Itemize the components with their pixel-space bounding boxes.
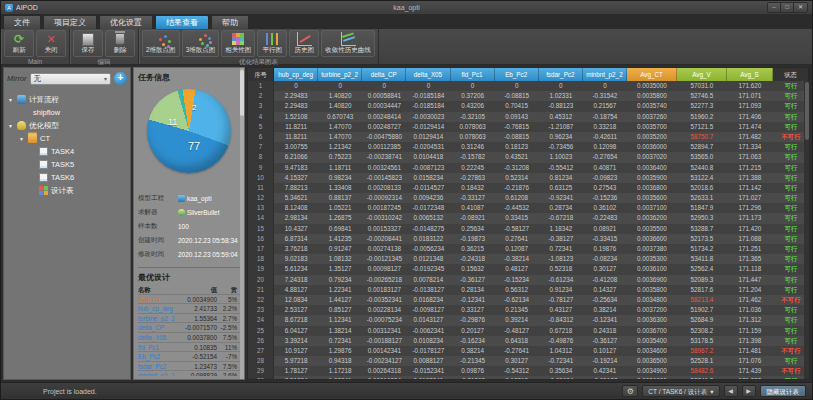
param-link[interactable]: turbine_p2_2 (138, 314, 182, 323)
table-row[interactable]: 86.210660.75223-0.002387410.0104418-0.15… (248, 152, 809, 162)
filter-select[interactable]: 无 ▾ (30, 73, 111, 85)
tab-2[interactable]: 项目定义 (43, 15, 97, 29)
maximize-button[interactable]: □ (781, 3, 794, 12)
table-row[interactable]: 307.512341.023410.000162340.0132341-0.31… (248, 376, 809, 379)
add-button[interactable]: + (114, 72, 127, 85)
tree-item-shipflow[interactable]: shipflow (7, 106, 127, 119)
table-row[interactable]: 117.882131.334080.00208133-0.01145270.18… (248, 183, 809, 193)
column-header-状态[interactable]: 状态 (773, 68, 809, 81)
table-scrollbar[interactable] (804, 81, 809, 379)
param-link[interactable]: delta_X05 (138, 333, 182, 342)
tree-item-计算流程[interactable]: ▾计算流程 (7, 93, 127, 106)
best-row[interactable]: Avg_CT0.00349005% (138, 295, 240, 305)
table-breadcrumb-button[interactable]: CT / TASK6 / 设计表 ▾ (642, 385, 719, 397)
expander-icon[interactable]: ▾ (20, 135, 28, 142)
table-row[interactable]: 173.762180.912470.00274138-0.00562340.36… (248, 244, 809, 254)
ribbon-button-converge[interactable]: 收敛性历史曲线 (321, 30, 375, 57)
table-row[interactable]: 232.531270.851270.00228134-0.00981270.33… (248, 305, 809, 315)
param-link[interactable]: Avg_CT (138, 295, 182, 304)
ribbon-button-closered[interactable]: 关闭 (36, 30, 66, 57)
best-row[interactable]: fld_Pc10.1083511% (138, 343, 240, 353)
next-page-button[interactable]: ▶ (742, 385, 756, 397)
ribbon-button-trash[interactable]: 删除 (105, 30, 135, 57)
table-row[interactable]: 41.521080.6707430.00248414-0.0030023-0.3… (248, 112, 809, 122)
column-header-delta_CP[interactable]: delta_CP (362, 68, 406, 81)
column-header-turbine_p2_2[interactable]: turbine_p2_2 (318, 68, 362, 81)
expander-icon[interactable]: ▾ (9, 122, 17, 129)
table-row[interactable]: 73.007551.213420.00112385-0.02045310.312… (248, 142, 809, 152)
table-row[interactable]: 214.881271.223410.00183127-0.01381270.28… (248, 285, 809, 295)
close-button[interactable]: ✕ (794, 3, 807, 12)
table-row[interactable]: 263.392140.72341-0.001881270.0108234-0.1… (248, 336, 809, 346)
ribbon-button-history[interactable]: 历史图 (289, 30, 319, 57)
param-link[interactable]: minbnt_p2_2 (138, 371, 182, 376)
panel-scrollbar[interactable] (240, 68, 244, 379)
column-header-Avg_CT[interactable]: Avg_CT (627, 68, 677, 81)
hide-design-table-button[interactable]: 隐藏设计表 (760, 385, 807, 397)
column-header-fsdar_Pc2[interactable]: fsdar_Pc2 (539, 68, 583, 81)
ribbon-button-corr[interactable]: 相关性图 (221, 30, 255, 57)
table-row[interactable]: 285.972180.94318-0.002341270.0088127-0.2… (248, 356, 809, 366)
column-header-fld_Pc1[interactable]: fld_Pc1 (451, 68, 495, 81)
ribbon-button-refresh[interactable]: 刷新 (4, 30, 34, 57)
minimize-button[interactable]: – (768, 3, 781, 12)
param-link[interactable]: hub_cp_deg (138, 304, 182, 313)
column-header-Avg_S[interactable]: Avg_S (727, 68, 773, 81)
best-row[interactable]: fsdar_Pc21.234737.5% (138, 362, 240, 372)
param-link[interactable]: fld_Pc1 (138, 343, 182, 352)
table-row[interactable]: 611.82111.47070-0.004758800.01294140.078… (248, 132, 809, 142)
best-row[interactable]: turbine_p2_21.553642.7% (138, 314, 240, 324)
tab-5[interactable]: 帮助 (211, 15, 249, 29)
best-row[interactable]: Eb_Pc2-0.52154-7% (138, 352, 240, 362)
table-row[interactable]: 248.672181.12341-0.000752340.0143127-0.2… (248, 315, 809, 325)
best-row[interactable]: hub_cp_deg2.417332.2% (138, 304, 240, 314)
table-row[interactable]: 142.981341.26875-0.003102420.0065132-0.0… (248, 213, 809, 223)
tree-item-TASK5[interactable]: TASK5 (7, 158, 127, 171)
gear-icon[interactable]: ⚙ (622, 385, 638, 397)
table-row[interactable]: 138.124081.052210.00187245-0.01723480.41… (248, 203, 809, 213)
column-header-序号[interactable]: 序号 (248, 68, 274, 81)
table-row[interactable]: 104.153270.98234-0.001458230.0158234-0.2… (248, 173, 809, 183)
table-row[interactable]: 291.781271.172180.00264318-0.01523410.09… (248, 366, 809, 376)
table-row[interactable]: 207.243180.79234-0.002652180.0078214-0.3… (248, 275, 809, 285)
prev-page-button[interactable]: ◀ (724, 385, 738, 397)
tree-item-CT[interactable]: ▾CT (7, 132, 127, 145)
ribbon-button-scatter3[interactable]: 3维散点图 (182, 30, 220, 57)
ribbon-button-save[interactable]: 保存 (73, 30, 103, 57)
table-row[interactable]: 2212.08341.44127-0.003523410.0168234-0.1… (248, 295, 809, 305)
panel-scrollbar-thumb[interactable] (240, 70, 244, 116)
ribbon-button-parallel[interactable]: 平行图 (257, 30, 287, 57)
column-header-minbnt_p2_2[interactable]: minbnt_p2_2 (583, 68, 627, 81)
table-row[interactable]: 166.873141.41235-0.002084410.0183122-0.1… (248, 234, 809, 244)
tree-item-优化模型[interactable]: ▾优化模型 (7, 119, 127, 132)
expander-icon[interactable]: ▾ (9, 96, 17, 103)
table-row[interactable]: 99.471831.187110.00324561-0.00871230.222… (248, 163, 809, 173)
param-link[interactable]: delta_CP (138, 323, 182, 332)
tree-item-设计表[interactable]: 设计表 (7, 184, 127, 197)
column-header-hub_cp_deg[interactable]: hub_cp_deg (274, 68, 318, 81)
table-row[interactable]: 1510.43270.698410.00153327-0.01482750.25… (248, 224, 809, 234)
param-link[interactable]: fsdar_Pc2 (138, 362, 182, 371)
column-header-Eb_Pc2[interactable]: Eb_Pc2 (495, 68, 539, 81)
table-row[interactable]: 1000000000.003500057031.0171.620可行 (248, 81, 809, 91)
param-link[interactable]: Eb_Pc2 (138, 352, 182, 361)
best-row[interactable]: delta_X050.00378007.5% (138, 333, 240, 343)
ribbon-button-scatter2[interactable]: 2维散点图 (142, 30, 180, 57)
tree-item-TASK6[interactable]: TASK6 (7, 171, 127, 184)
table-row[interactable]: 256.041271.382140.00312341-0.00623410.20… (248, 326, 809, 336)
tab-3[interactable]: 优化设置 (99, 15, 153, 29)
tree-item-TASK4[interactable]: TASK4 (7, 145, 127, 158)
table-row[interactable]: 511.82111.470700.00248727-0.01294140.078… (248, 122, 809, 132)
best-row[interactable]: minbnt_p2_2-0.098829-2.6% (138, 371, 240, 376)
table-row[interactable]: 22.294831.408200.00058841-0.01851840.372… (248, 91, 809, 101)
table-row[interactable]: 32.294831.408200.00034447-0.01851840.432… (248, 101, 809, 111)
best-row[interactable]: delta_CP-0.0071570-2.5% (138, 323, 240, 333)
column-header-delta_X05[interactable]: delta_X05 (406, 68, 450, 81)
column-header-Avg_V[interactable]: Avg_V (677, 68, 727, 81)
tab-1[interactable]: 文件 (3, 15, 41, 29)
table-row[interactable]: 195.612341.351270.00098127-0.01923450.15… (248, 264, 809, 274)
table-row[interactable]: 189.021831.08132-0.001213450.0121348-0.2… (248, 254, 809, 264)
table-row[interactable]: 2710.91271.298760.00142341-0.01781270.38… (248, 346, 809, 356)
table-row[interactable]: 125.346210.88137-0.000923140.0094236-0.3… (248, 193, 809, 203)
tab-4[interactable]: 结果查看 (155, 15, 209, 29)
